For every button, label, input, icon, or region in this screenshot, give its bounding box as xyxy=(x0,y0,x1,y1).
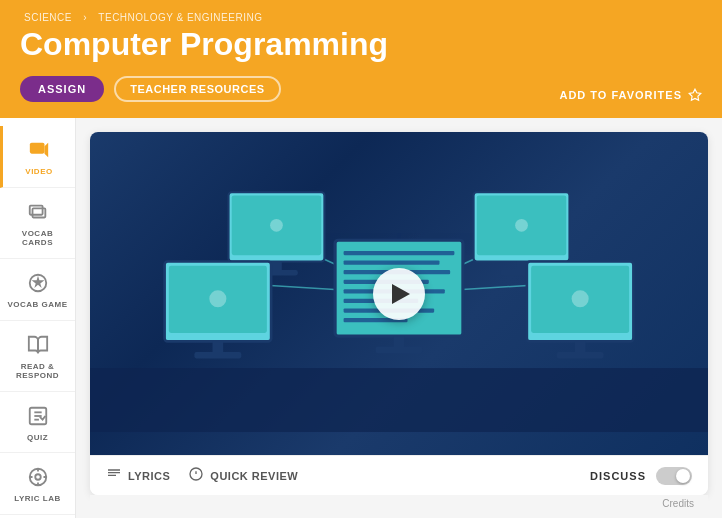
lyrics-control[interactable]: LYRICS xyxy=(106,466,170,485)
sidebar-item-lyric-lab[interactable]: LYRIC LAB xyxy=(0,453,75,515)
play-icon xyxy=(392,284,410,304)
breadcrumb-tech: TECHNOLOGY & ENGINEERING xyxy=(98,12,262,23)
assign-button[interactable]: ASSIGN xyxy=(20,76,104,102)
controls-right: DISCUSS xyxy=(590,467,692,485)
sidebar-read-respond-label: READ & RESPOND xyxy=(16,362,59,381)
lyrics-label: LYRICS xyxy=(128,470,170,482)
svg-rect-1 xyxy=(30,143,45,154)
svg-marker-6 xyxy=(31,276,44,288)
sidebar-item-vocab-cards[interactable]: VOCAB CARDS xyxy=(0,188,75,259)
discuss-toggle[interactable] xyxy=(656,467,692,485)
sidebar-video-label: VIDEO xyxy=(25,167,52,177)
add-to-favorites-label: ADD TO FAVORITES xyxy=(559,89,682,101)
video-container: LYRICS QUICK REVIEW xyxy=(90,132,708,495)
svg-rect-32 xyxy=(194,352,241,358)
credits-label: Credits xyxy=(662,498,694,509)
vocab-game-icon xyxy=(24,269,52,297)
add-to-favorites-button[interactable]: ADD TO FAVORITES xyxy=(559,88,702,102)
lyrics-icon xyxy=(106,466,122,485)
lyric-lab-icon xyxy=(24,463,52,491)
video-icon xyxy=(25,136,53,164)
controls-left: LYRICS QUICK REVIEW xyxy=(106,466,298,485)
breadcrumb-science: SCIENCE xyxy=(24,12,72,23)
quick-review-icon xyxy=(188,466,204,485)
header: SCIENCE › TECHNOLOGY & ENGINEERING Compu… xyxy=(0,0,722,118)
svg-point-30 xyxy=(209,290,226,307)
page-title: Computer Programming xyxy=(20,27,388,62)
discuss-label: DISCUSS xyxy=(590,470,646,482)
svg-point-12 xyxy=(35,475,41,481)
svg-rect-48 xyxy=(376,347,423,353)
main-layout: VIDEO VOCAB CARDS VOCAB GAME xyxy=(0,118,722,518)
svg-rect-40 xyxy=(344,261,440,265)
sidebar-item-read-respond[interactable]: READ & RESPOND xyxy=(0,321,75,392)
svg-point-20 xyxy=(270,219,283,232)
svg-marker-0 xyxy=(689,89,701,100)
sidebar-item-vocab-game[interactable]: VOCAB GAME xyxy=(0,259,75,321)
breadcrumb: SCIENCE › TECHNOLOGY & ENGINEERING xyxy=(20,12,702,23)
teacher-resources-button[interactable]: TEACHER RESOURCES xyxy=(114,76,280,102)
content-area: LYRICS QUICK REVIEW xyxy=(76,118,722,518)
vocab-cards-icon xyxy=(24,198,52,226)
sidebar-item-video[interactable]: VIDEO xyxy=(0,126,75,188)
sidebar-vocab-cards-label: VOCAB CARDS xyxy=(6,229,69,248)
svg-point-35 xyxy=(572,290,589,307)
video-player[interactable] xyxy=(90,132,708,455)
quick-review-label: QUICK REVIEW xyxy=(210,470,298,482)
breadcrumb-separator: › xyxy=(83,12,87,23)
video-controls-bar: LYRICS QUICK REVIEW xyxy=(90,455,708,495)
sidebar-vocab-game-label: VOCAB GAME xyxy=(7,300,67,310)
credits-bar: Credits xyxy=(90,495,708,512)
svg-point-25 xyxy=(515,219,528,232)
play-button[interactable] xyxy=(373,268,425,320)
header-actions: Computer Programming xyxy=(20,27,702,76)
sidebar-quiz-label: QUIZ xyxy=(27,433,48,443)
star-icon xyxy=(688,88,702,102)
sidebar-item-quiz[interactable]: QUIZ xyxy=(0,392,75,454)
sidebar-lyric-lab-label: LYRIC LAB xyxy=(14,494,60,504)
svg-rect-37 xyxy=(557,352,604,358)
svg-marker-2 xyxy=(45,143,49,158)
sidebar: VIDEO VOCAB CARDS VOCAB GAME xyxy=(0,118,76,518)
svg-rect-39 xyxy=(344,251,455,255)
quick-review-control[interactable]: QUICK REVIEW xyxy=(188,466,298,485)
quiz-icon xyxy=(24,402,52,430)
read-respond-icon xyxy=(24,331,52,359)
toggle-knob xyxy=(676,469,690,483)
svg-rect-13 xyxy=(90,368,708,432)
